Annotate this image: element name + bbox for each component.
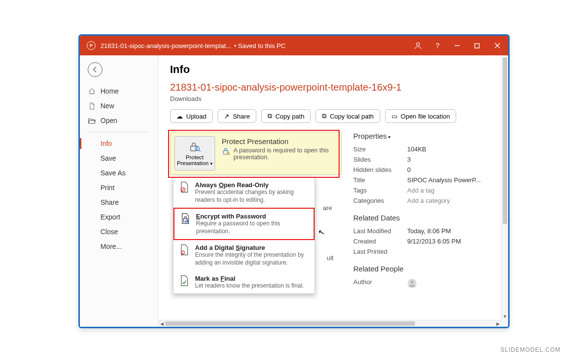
sidebar-item-info[interactable]: Info: [80, 136, 158, 151]
sidebar-label: Open: [100, 117, 117, 124]
sidebar-item-save-as[interactable]: Save As: [80, 166, 158, 180]
titlebar-filename: 21831-01-sipoc-analysis-powerpoint-templ…: [100, 42, 231, 49]
sidebar-label: Export: [100, 213, 120, 221]
properties-heading[interactable]: Properties▾: [353, 132, 496, 140]
svg-point-16: [181, 251, 184, 254]
vertical-scroll-thumb[interactable]: [503, 57, 507, 224]
prop-row-last-printed: Last Printed: [353, 246, 496, 257]
open-icon: [88, 118, 96, 124]
prop-row-last-modified: Last ModifiedToday, 8:06 PM: [353, 226, 496, 236]
sidebar-item-new[interactable]: New: [80, 98, 158, 113]
back-button[interactable]: [88, 62, 102, 77]
menu-item-desc: Ensure the integrity of the presentation…: [195, 251, 310, 267]
scroll-left-arrow[interactable]: ◀: [158, 320, 165, 327]
maximize-button[interactable]: [467, 36, 487, 55]
sidebar-label: Close: [100, 228, 118, 236]
inspect-text-fragment: ult: [327, 254, 334, 262]
menu-item-title: Add a Digital Signature: [195, 244, 310, 251]
sidebar-divider: [88, 132, 150, 132]
sidebar-label: Save As: [100, 169, 125, 177]
titlebar-save-status: • Saved to this PC: [234, 42, 286, 49]
scroll-down-arrow[interactable]: ▼: [502, 313, 508, 320]
page-title: Info: [170, 63, 496, 76]
upload-icon: ☁: [176, 113, 183, 120]
sidebar-item-print[interactable]: Print: [80, 180, 158, 195]
lock-search-icon: [188, 141, 201, 152]
menu-item-desc: Prevent accidental changes by asking rea…: [195, 189, 310, 204]
home-icon: [88, 88, 96, 95]
close-button[interactable]: [487, 36, 508, 55]
minimize-button[interactable]: [447, 36, 467, 55]
sidebar-item-share[interactable]: Share: [80, 195, 158, 210]
folder-icon: ▭: [392, 113, 397, 120]
related-dates-heading: Related Dates: [353, 214, 496, 222]
lock-key-icon: [222, 147, 231, 161]
prop-row-created: Created9/12/2013 6:05 PM: [353, 236, 496, 246]
scroll-right-arrow[interactable]: ▶: [494, 320, 501, 327]
vertical-scrollbar[interactable]: ▲ ▼: [501, 55, 508, 320]
info-panel: Info 21831-01-sipoc-analysis-powerpoint-…: [158, 55, 508, 327]
protect-column: Protect Presentation▾ Protect Presentati…: [170, 132, 342, 290]
open-file-location-button[interactable]: ▭Open file location: [385, 109, 456, 123]
sidebar-item-close[interactable]: Close: [80, 224, 158, 239]
menu-item-desc: Require a password to open this presenta…: [196, 220, 309, 235]
svg-point-0: [416, 43, 419, 46]
copy-local-path-button[interactable]: ⧉Copy local path: [316, 109, 380, 123]
protect-card-title: Protect Presentation: [222, 137, 335, 146]
protect-presentation-menu: Always Open Read-Only Prevent accidental…: [173, 177, 315, 294]
menu-item-title: Encrypt with Password: [196, 213, 309, 220]
sidebar-item-save[interactable]: Save: [80, 151, 158, 166]
prop-row-size: Size104KB: [353, 144, 496, 154]
help-icon[interactable]: ?: [428, 36, 447, 55]
link-icon: ⧉: [268, 112, 272, 120]
horizontal-scrollbar[interactable]: ◀ ▶: [158, 320, 501, 327]
horizontal-scroll-thumb[interactable]: [165, 321, 415, 326]
prop-row-author[interactable]: Author: [353, 277, 496, 290]
powerpoint-backstage-window: P 21831-01-sipoc-analysis-powerpoint-tem…: [78, 34, 510, 328]
protect-presentation-button[interactable]: Protect Presentation▾: [174, 136, 215, 170]
svg-rect-2: [475, 44, 479, 48]
sidebar-item-open[interactable]: Open: [80, 113, 158, 128]
prop-row-hidden-slides: Hidden slides0: [353, 165, 496, 175]
properties-column: Properties▾ Size104KB Slides3 Hidden sli…: [353, 132, 496, 290]
svg-point-18: [411, 280, 414, 284]
protect-button-label: Protect Presentation▾: [177, 154, 213, 166]
prop-row-tags[interactable]: TagsAdd a tag: [353, 185, 496, 195]
backstage-sidebar: Home New Open Info Save Save As Print Sh…: [80, 55, 158, 327]
sidebar-label: Print: [100, 184, 115, 192]
encrypt-icon: [179, 213, 191, 235]
share-button[interactable]: ↗Share: [218, 109, 256, 123]
read-only-icon: [178, 181, 190, 204]
menu-item-encrypt[interactable]: Encrypt with Password Require a password…: [173, 208, 315, 240]
prop-row-categories[interactable]: CategoriesAdd a category: [353, 195, 496, 206]
upload-button[interactable]: ☁Upload: [170, 109, 213, 123]
protect-presentation-card: Protect Presentation▾ Protect Presentati…: [170, 132, 342, 175]
copy-path-button[interactable]: ⧉Copy path: [261, 109, 311, 123]
svg-line-12: [181, 188, 184, 191]
prop-row-title[interactable]: TitleSIPOC Analysis PowerP...: [353, 175, 496, 185]
menu-item-mark-final[interactable]: Mark as Final Let readers know the prese…: [173, 271, 315, 294]
author-avatar: [407, 278, 417, 288]
prop-row-slides: Slides3: [353, 154, 496, 165]
sidebar-label: Share: [100, 198, 119, 206]
inspect-text-fragment: are: [323, 204, 332, 212]
related-people-heading: Related People: [353, 265, 496, 273]
scroll-corner: [501, 320, 508, 327]
sidebar-label: New: [100, 102, 114, 110]
account-icon[interactable]: [408, 36, 428, 55]
svg-line-10: [229, 154, 230, 155]
sidebar-label: More...: [100, 243, 122, 250]
sidebar-item-more[interactable]: More...: [80, 239, 158, 254]
titlebar: P 21831-01-sipoc-analysis-powerpoint-tem…: [80, 36, 508, 55]
protect-card-desc: A password is required to open this pres…: [222, 147, 335, 161]
menu-item-title: Always Open Read-Only: [195, 181, 310, 189]
share-icon: ↗: [224, 113, 229, 120]
sidebar-item-export[interactable]: Export: [80, 210, 158, 224]
sidebar-label: Home: [100, 87, 119, 95]
svg-line-7: [199, 150, 200, 151]
file-action-row: ☁Upload ↗Share ⧉Copy path ⧉Copy local pa…: [170, 109, 496, 123]
menu-item-title: Mark as Final: [195, 275, 304, 282]
menu-item-signature[interactable]: Add a Digital Signature Ensure the integ…: [173, 240, 315, 270]
menu-item-read-only[interactable]: Always Open Read-Only Prevent accidental…: [173, 177, 315, 208]
sidebar-item-home[interactable]: Home: [80, 84, 158, 98]
